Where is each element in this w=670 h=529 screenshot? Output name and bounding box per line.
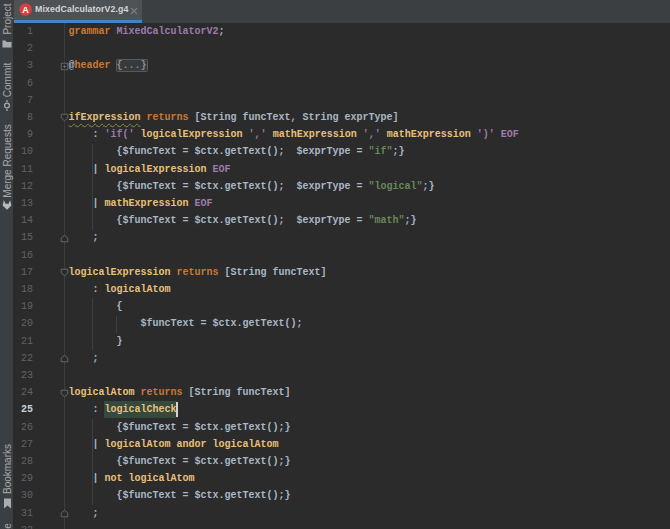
- svg-text:A: A: [22, 5, 29, 15]
